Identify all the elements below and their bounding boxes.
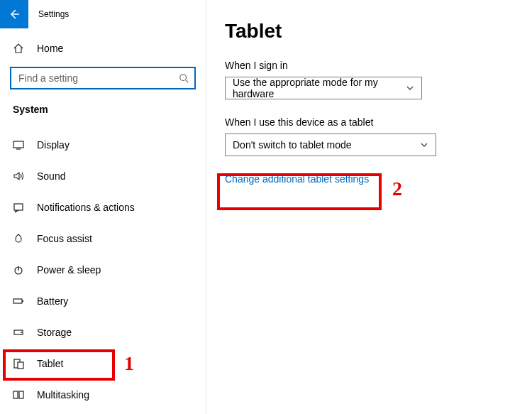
nav-home-label: Home	[37, 43, 63, 54]
search-input[interactable]	[17, 72, 179, 85]
tablet-use-dropdown[interactable]: Don't switch to tablet mode	[225, 134, 436, 156]
sidebar-item-label: Power & sleep	[37, 264, 101, 276]
svg-rect-5	[22, 300, 23, 302]
home-icon	[13, 43, 24, 54]
display-icon	[13, 139, 24, 151]
sidebar: Settings Home System Display	[0, 0, 206, 414]
sidebar-item-label: Tablet	[37, 358, 63, 369]
change-additional-settings-link[interactable]: Change additional tablet settings	[225, 173, 532, 185]
chevron-down-icon	[406, 84, 414, 92]
sidebar-item-notifications[interactable]: Notifications & actions	[0, 192, 206, 223]
main-content: Tablet When I sign in Use the appropriat…	[206, 0, 532, 414]
sidebar-item-multitasking[interactable]: Multitasking	[0, 379, 206, 410]
chevron-down-icon	[420, 141, 428, 149]
svg-rect-11	[19, 391, 23, 398]
search-box[interactable]	[10, 67, 196, 89]
header: Settings	[0, 0, 206, 28]
sidebar-item-storage[interactable]: Storage	[0, 317, 206, 348]
tablet-use-label: When I use this device as a tablet	[225, 116, 532, 128]
notifications-icon	[13, 202, 24, 213]
signin-label: When I sign in	[225, 60, 532, 71]
svg-rect-2	[14, 204, 23, 210]
header-title: Settings	[38, 9, 69, 19]
sidebar-item-label: Notifications & actions	[37, 202, 135, 213]
page-title: Tablet	[225, 20, 532, 43]
sidebar-item-battery[interactable]: Battery	[0, 285, 206, 317]
svg-rect-10	[13, 391, 18, 398]
svg-rect-9	[18, 362, 23, 369]
sidebar-item-focus-assist[interactable]: Focus assist	[0, 223, 206, 254]
sidebar-item-sound[interactable]: Sound	[0, 160, 206, 192]
back-button[interactable]	[0, 0, 28, 28]
tablet-use-dropdown-value: Don't switch to tablet mode	[233, 139, 352, 151]
nav-list: Display Sound Notifications & actions Fo…	[0, 129, 206, 410]
sidebar-item-power-sleep[interactable]: Power & sleep	[0, 254, 206, 285]
svg-rect-4	[13, 299, 22, 303]
signin-dropdown-value: Use the appropriate mode for my hardware	[233, 77, 406, 99]
tablet-icon	[13, 358, 24, 369]
svg-rect-1	[13, 141, 23, 148]
group-label-system: System	[0, 89, 206, 124]
sidebar-item-label: Battery	[37, 295, 68, 307]
sound-icon	[13, 170, 24, 182]
search-icon	[179, 73, 189, 83]
sidebar-item-label: Display	[37, 139, 70, 151]
storage-icon	[13, 327, 24, 338]
svg-point-0	[180, 75, 187, 81]
sidebar-item-label: Multitasking	[37, 389, 89, 401]
svg-point-7	[21, 332, 22, 333]
sidebar-item-label: Focus assist	[37, 233, 92, 244]
nav-home[interactable]: Home	[0, 34, 206, 62]
sidebar-item-label: Storage	[37, 327, 72, 338]
signin-dropdown[interactable]: Use the appropriate mode for my hardware	[225, 77, 422, 99]
sidebar-item-tablet[interactable]: Tablet	[0, 348, 206, 379]
sidebar-item-label: Sound	[37, 170, 65, 182]
battery-icon	[13, 295, 24, 307]
multitasking-icon	[13, 389, 24, 401]
arrow-left-icon	[9, 9, 20, 20]
power-icon	[13, 264, 24, 276]
focus-assist-icon	[13, 233, 24, 244]
sidebar-item-display[interactable]: Display	[0, 129, 206, 160]
